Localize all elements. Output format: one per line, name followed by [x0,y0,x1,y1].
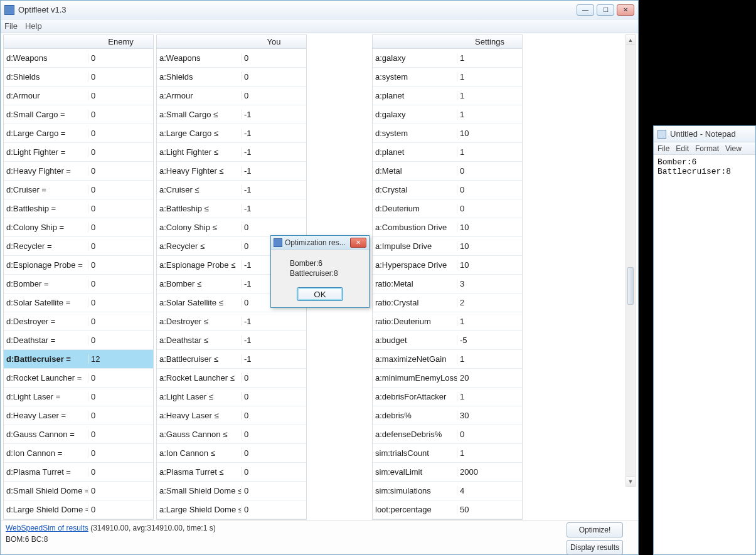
you-row[interactable]: a:Weapons0 [157,49,306,68]
settings-row-name[interactable]: d:galaxy [373,110,457,119]
enemy-row[interactable]: d:Destroyer =0 [4,312,153,331]
enemy-row[interactable]: d:Heavy Laser =0 [4,406,153,425]
dialog-ok-button[interactable]: OK [297,287,343,301]
you-row-name[interactable]: a:Battleship ≤ [157,204,242,213]
enemy-row-value[interactable]: 0 [88,430,153,439]
you-row[interactable]: a:Rocket Launcher ≤0 [157,369,306,388]
settings-row-name[interactable]: ratio:Metal [373,279,457,288]
enemy-row-value[interactable]: 0 [88,129,153,138]
you-row-value[interactable]: -1 [242,129,306,138]
maximize-button[interactable]: ☐ [597,4,614,16]
you-row[interactable]: a:Small Cargo ≤-1 [157,105,306,124]
settings-row-name[interactable]: a:Impulse Drive [373,241,457,251]
you-row-value[interactable]: -1 [242,354,306,364]
close-button[interactable]: ✕ [617,4,634,16]
you-row[interactable]: a:Heavy Laser ≤0 [157,406,306,425]
enemy-row-value[interactable]: 0 [88,448,153,458]
settings-row-value[interactable]: 1 [457,392,522,401]
settings-row-name[interactable]: a:defenseDebris% [373,430,457,439]
enemy-row-name[interactable]: d:Plasma Turret = [4,467,88,477]
you-row[interactable]: a:Destroyer ≤-1 [157,312,306,331]
you-row-value[interactable]: 0 [242,53,306,63]
minimize-button[interactable]: — [577,4,594,16]
you-row[interactable]: a:Light Fighter ≤-1 [157,143,306,162]
enemy-row-value[interactable]: 0 [88,204,153,213]
settings-row[interactable]: a:debrisForAttacker1 [373,388,522,406]
settings-row[interactable]: a:system1 [373,68,522,87]
settings-row-value[interactable]: 0 [457,185,522,194]
scroll-down-icon[interactable]: ▼ [626,476,635,486]
you-row-name[interactable]: a:Shields [157,72,242,82]
you-row-name[interactable]: a:Plasma Turret ≤ [157,467,242,477]
enemy-row[interactable]: d:Battlecruiser =12 [4,350,153,369]
notepad-menu-view[interactable]: View [725,144,742,153]
enemy-row-name[interactable]: d:Battlecruiser = [4,354,88,364]
settings-row[interactable]: a:debris%30 [373,406,522,425]
enemy-row-value[interactable]: 0 [88,373,153,383]
you-row[interactable]: a:Colony Ship ≤0 [157,218,306,237]
settings-row-name[interactable]: d:Crystal [373,185,457,194]
settings-row-value[interactable]: 30 [457,411,522,420]
enemy-row-value[interactable]: 0 [88,72,153,82]
settings-row-value[interactable]: 3 [457,279,522,288]
settings-row-value[interactable]: -5 [457,336,522,345]
you-row-value[interactable]: -1 [242,336,306,345]
settings-row-name[interactable]: d:Deuterium [373,204,457,213]
settings-row-value[interactable]: 1 [457,317,522,326]
you-row-name[interactable]: a:Gauss Cannon ≤ [157,430,242,439]
enemy-row-name[interactable]: d:Recycler = [4,241,88,251]
enemy-row[interactable]: d:Small Cargo =0 [4,105,153,124]
dialog-close-button[interactable]: ✕ [350,238,366,248]
notepad-menu-format[interactable]: Format [695,144,719,153]
notepad-menu-file[interactable]: File [658,144,669,153]
settings-row[interactable]: d:planet1 [373,143,522,162]
enemy-row-value[interactable]: 0 [88,392,153,401]
scrollbar[interactable]: ▲ ▼ [626,34,636,487]
enemy-row-name[interactable]: d:Light Laser = [4,392,88,401]
settings-row-name[interactable]: a:planet [373,91,457,100]
you-row-value[interactable]: -1 [242,185,306,194]
enemy-row[interactable]: d:Espionage Probe =0 [4,256,153,275]
settings-row[interactable]: a:maximizeNetGain1 [373,350,522,369]
settings-row-name[interactable]: a:minimumEnemyLoss% [373,373,457,383]
enemy-row-name[interactable]: d:Light Fighter = [4,147,88,157]
enemy-row-name[interactable]: d:Ion Cannon = [4,448,88,458]
enemy-row-name[interactable]: d:Cruiser = [4,185,88,194]
enemy-row[interactable]: d:Weapons0 [4,49,153,68]
settings-row[interactable]: a:minimumEnemyLoss%20 [373,369,522,388]
enemy-row-value[interactable]: 0 [88,185,153,194]
you-row[interactable]: a:Ion Cannon ≤0 [157,444,306,463]
enemy-row[interactable]: d:Shields0 [4,68,153,87]
you-col-value[interactable]: You [242,37,306,46]
settings-row-name[interactable]: sim:simulations [373,486,457,495]
enemy-row-name[interactable]: d:Heavy Fighter = [4,166,88,176]
you-row-name[interactable]: a:Large Shield Dome ≤ [157,505,242,514]
titlebar[interactable]: Optifleet v1.3 — ☐ ✕ [1,1,638,19]
settings-row-name[interactable]: d:Metal [373,166,457,176]
you-row-value[interactable]: 0 [242,505,306,514]
enemy-row[interactable]: d:Small Shield Dome =0 [4,482,153,500]
enemy-row-name[interactable]: d:Gauss Cannon = [4,430,88,439]
settings-row-value[interactable]: 1 [457,91,522,100]
you-row[interactable]: a:Gauss Cannon ≤0 [157,425,306,444]
settings-row-name[interactable]: loot:percentage [373,505,457,514]
enemy-row-name[interactable]: d:Rocket Launcher = [4,373,88,383]
you-row[interactable]: a:Plasma Turret ≤0 [157,463,306,482]
notepad-menu-edit[interactable]: Edit [676,144,689,153]
you-row[interactable]: a:Small Shield Dome ≤0 [157,482,306,500]
scroll-thumb[interactable] [627,267,634,305]
enemy-row[interactable]: d:Large Shield Dome =0 [4,500,153,519]
you-row[interactable]: a:Armour0 [157,87,306,105]
enemy-row[interactable]: d:Plasma Turret =0 [4,463,153,482]
you-row-name[interactable]: a:Light Laser ≤ [157,392,242,401]
you-row-value[interactable]: 0 [242,373,306,383]
settings-row[interactable]: sim:simulations4 [373,482,522,500]
enemy-row[interactable]: d:Battleship =0 [4,199,153,218]
you-row-name[interactable]: a:Armour [157,91,242,100]
you-row[interactable]: a:Cruiser ≤-1 [157,181,306,199]
you-row[interactable]: a:Deathstar ≤-1 [157,331,306,350]
settings-row-name[interactable]: sim:evalLimit [373,467,457,477]
enemy-row-name[interactable]: d:Deathstar = [4,336,88,345]
you-row[interactable]: a:Battleship ≤-1 [157,199,306,218]
settings-row-value[interactable]: 10 [457,223,522,232]
